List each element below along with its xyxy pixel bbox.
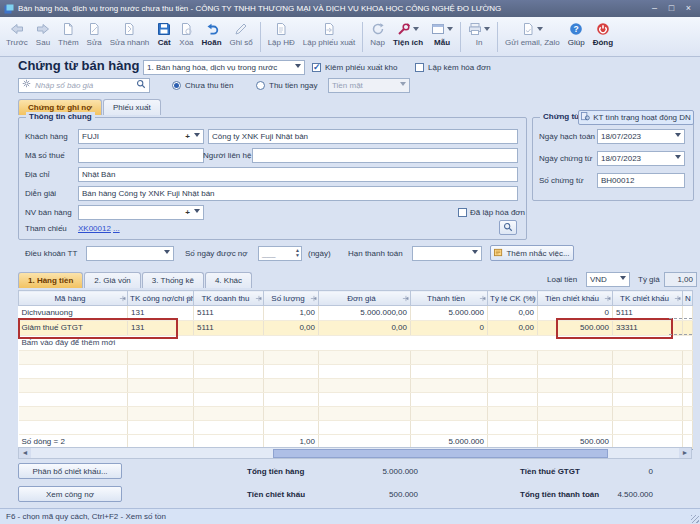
toolbar-dong-button[interactable]: Đóng xyxy=(589,20,617,47)
col-tk-chiet-khau[interactable]: TK chiết khấu xyxy=(613,291,683,306)
cell[interactable]: 5.000.000,00 xyxy=(319,306,411,321)
da-lap-hoa-don-checkbox[interactable] xyxy=(458,208,467,217)
toolbar-sau-button[interactable]: Sau xyxy=(32,20,54,47)
filter-pin-icon[interactable] xyxy=(674,295,681,302)
filter-pin-icon[interactable] xyxy=(119,295,126,302)
khach-hang-combo[interactable]: FUJI + xyxy=(78,129,204,144)
kt-status-button[interactable]: KT tình trạng hoạt động DN xyxy=(578,110,694,125)
gear-icon[interactable] xyxy=(22,79,31,92)
toolbar-ghi-so-button[interactable]: Ghi sổ xyxy=(226,20,257,47)
toolbar-tien-ich-button[interactable]: Tiện ích xyxy=(389,20,427,47)
filter-pin-icon[interactable] xyxy=(255,295,262,302)
filter-pin-icon[interactable] xyxy=(604,295,611,302)
table-row-selected[interactable]: Giảm thuế GTGT 131 5111 0,00 0,00 0 0,00… xyxy=(19,321,693,336)
dieu-khoan-select[interactable] xyxy=(86,246,174,261)
toolbar-cat-button[interactable]: Cất xyxy=(153,20,175,47)
spinner-up-down-icon[interactable]: ▲▼ xyxy=(295,248,300,258)
cell[interactable]: 5111 xyxy=(194,321,264,336)
horizontal-scrollbar[interactable]: ◄ ► xyxy=(18,447,692,459)
maximize-button[interactable]: □ xyxy=(664,2,679,15)
search-input[interactable]: Nhập số báo giá xyxy=(35,79,136,92)
filter-pin-icon[interactable] xyxy=(479,295,486,302)
tab-phieu-xuat[interactable]: Phiếu xuất xyxy=(103,99,161,115)
cell[interactable]: Dichvuanuong xyxy=(19,306,128,321)
cell[interactable]: 0 xyxy=(411,321,488,336)
cell[interactable]: 500.000 xyxy=(538,321,613,336)
table-row[interactable]: Dichvuanuong 131 5111 1,00 5.000.000,00 … xyxy=(19,306,693,321)
tham-chieu-link[interactable]: XK00012 xyxy=(78,221,111,236)
toolbar-them-button[interactable]: Thêm xyxy=(54,20,82,47)
cell[interactable]: 1,00 xyxy=(264,306,319,321)
ngay-hach-toan-field[interactable]: 18/07/2023 xyxy=(597,129,685,144)
tab-thong-ke[interactable]: 3. Thống kê xyxy=(142,272,204,288)
cell[interactable]: 131 xyxy=(128,306,194,321)
add-row[interactable]: Bấm vào đây để thêm mới xyxy=(19,336,693,351)
toolbar-giup-button[interactable]: ? Giúp xyxy=(564,20,589,47)
toolbar-in-button[interactable]: In xyxy=(464,20,494,47)
scroll-left-icon[interactable]: ◄ xyxy=(19,448,31,458)
dien-giai-field[interactable]: Bán hàng Công ty XNK Fuji Nhật bán xyxy=(78,186,518,201)
col-tk-cong-no[interactable]: TK công nợ/chi phí xyxy=(128,291,194,306)
col-ty-le-ck[interactable]: Tỷ lệ CK (%) xyxy=(488,291,538,306)
toolbar-gui-email-button[interactable]: Gửi email, Zalo xyxy=(501,20,564,47)
chua-thu-tien-radio[interactable] xyxy=(172,81,181,90)
toolbar-xoa-button[interactable]: Xóa xyxy=(175,20,197,47)
col-ma-hang[interactable]: Mã hàng xyxy=(19,291,128,306)
col-so-luong[interactable]: Số lượng xyxy=(264,291,319,306)
phan-bo-chiet-khau-button[interactable]: Phân bổ chiết khấu... xyxy=(18,463,122,479)
loai-tien-select[interactable]: VND xyxy=(586,272,630,287)
nv-ban-hang-combo[interactable]: + xyxy=(78,205,204,220)
resize-grip[interactable] xyxy=(691,515,699,523)
cell[interactable]: 5.000.000 xyxy=(411,306,488,321)
cell[interactable]: 0,00 xyxy=(264,321,319,336)
kiem-phieu-xuat-kho-checkbox[interactable] xyxy=(312,63,321,72)
cell[interactable]: 0 xyxy=(538,306,613,321)
doc-type-select[interactable]: 1. Bán hàng hóa, dịch vụ trong nước xyxy=(143,60,305,75)
toolbar-hoan-button[interactable]: Hoãn xyxy=(198,20,226,47)
col-tien-chiet-khau[interactable]: Tiền chiết khấu xyxy=(538,291,613,306)
ma-so-thue-field[interactable] xyxy=(78,148,204,163)
tab-hang-tien[interactable]: 1. Hàng tiền xyxy=(18,272,83,288)
tham-chieu-lookup-button[interactable] xyxy=(499,220,517,235)
toolbar-mau-button[interactable]: Mẫu xyxy=(427,20,457,47)
quote-search-combo[interactable]: Nhập số báo giá xyxy=(18,78,150,93)
filter-pin-icon[interactable] xyxy=(310,295,317,302)
tab-gia-von[interactable]: 2. Giá vốn xyxy=(84,272,140,288)
cell[interactable]: 0,00 xyxy=(319,321,411,336)
ngay-chung-tu-field[interactable]: 18/07/2023 xyxy=(597,151,685,166)
minimize-button[interactable]: – xyxy=(647,2,662,15)
cell[interactable]: 0,00 xyxy=(488,321,538,336)
toolbar-lap-phieu-xuat-button[interactable]: Lập phiếu xuất xyxy=(299,20,360,47)
col-don-gia[interactable]: Đơn giá xyxy=(319,291,411,306)
cell[interactable]: Giảm thuế GTGT xyxy=(19,321,128,336)
search-icon[interactable] xyxy=(136,79,146,93)
filter-pin-icon[interactable] xyxy=(185,295,192,302)
them-nhac-viec-button[interactable]: Thêm nhắc việc... xyxy=(490,245,574,261)
toolbar-truoc-button[interactable]: Trước xyxy=(2,20,32,47)
col-thanh-tien[interactable]: Thành tiền xyxy=(411,291,488,306)
tham-chieu-more-link[interactable]: ... xyxy=(113,221,120,236)
toolbar-sua-nhanh-button[interactable]: Sửa nhanh xyxy=(106,20,154,47)
lap-kem-hoa-don-checkbox[interactable] xyxy=(415,63,424,72)
col-partial[interactable]: N xyxy=(683,291,693,306)
cell[interactable]: 131 xyxy=(128,321,194,336)
add-employee-button[interactable]: + xyxy=(183,206,192,219)
scrollbar-thumb[interactable] xyxy=(273,449,608,458)
cell[interactable]: 5111 xyxy=(194,306,264,321)
nguoi-lien-he-field[interactable] xyxy=(252,148,518,163)
han-thanh-toan-select[interactable] xyxy=(412,246,482,261)
toolbar-sua-button[interactable]: Sửa xyxy=(83,20,106,47)
add-customer-button[interactable]: + xyxy=(183,130,192,143)
thu-tien-ngay-radio[interactable] xyxy=(256,81,265,90)
cell[interactable]: 0,00 xyxy=(488,306,538,321)
toolbar-nap-button[interactable]: Nạp xyxy=(366,20,389,47)
tab-khac[interactable]: 4. Khác xyxy=(205,272,252,288)
khach-hang-name-field[interactable]: Công ty XNK Fuji Nhật bản xyxy=(208,129,518,144)
xem-cong-no-button[interactable]: Xem công nợ xyxy=(18,486,122,502)
toolbar-lap-hd-button[interactable]: Lập HĐ xyxy=(264,20,299,47)
filter-pin-icon[interactable] xyxy=(402,295,409,302)
filter-pin-icon[interactable] xyxy=(529,295,536,302)
so-ngay-spinner[interactable]: ___ ▲▼ xyxy=(258,246,302,261)
scroll-right-icon[interactable]: ► xyxy=(679,448,691,458)
close-button[interactable]: × xyxy=(681,2,696,15)
